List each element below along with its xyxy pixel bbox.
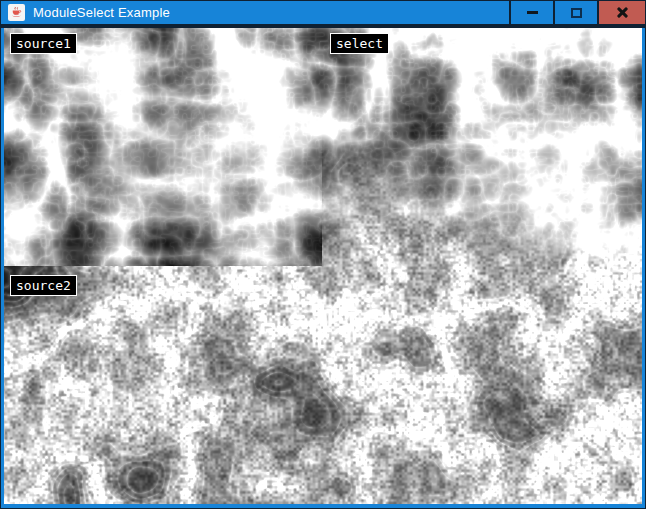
label-source1: source1: [10, 33, 77, 54]
titlebar[interactable]: ModuleSelect Example: [1, 1, 645, 24]
render-area: source1 select source2: [4, 28, 642, 504]
maximize-icon: [571, 8, 582, 18]
source2-noise-panel: [4, 266, 322, 504]
label-select: select: [330, 33, 389, 54]
maximize-button[interactable]: [553, 1, 597, 24]
java-coffee-cup-icon: [8, 4, 25, 21]
label-source2: source2: [10, 275, 77, 296]
minimize-icon: [527, 11, 538, 14]
select-noise-panel: [322, 28, 642, 504]
window-title: ModuleSelect Example: [33, 5, 170, 20]
close-icon: [616, 6, 629, 19]
minimize-button[interactable]: [509, 1, 553, 24]
source1-noise-panel: [4, 28, 322, 266]
app-window: ModuleSelect Example source1 select sour…: [0, 0, 646, 509]
close-button[interactable]: [597, 1, 645, 24]
window-controls: [509, 1, 645, 24]
